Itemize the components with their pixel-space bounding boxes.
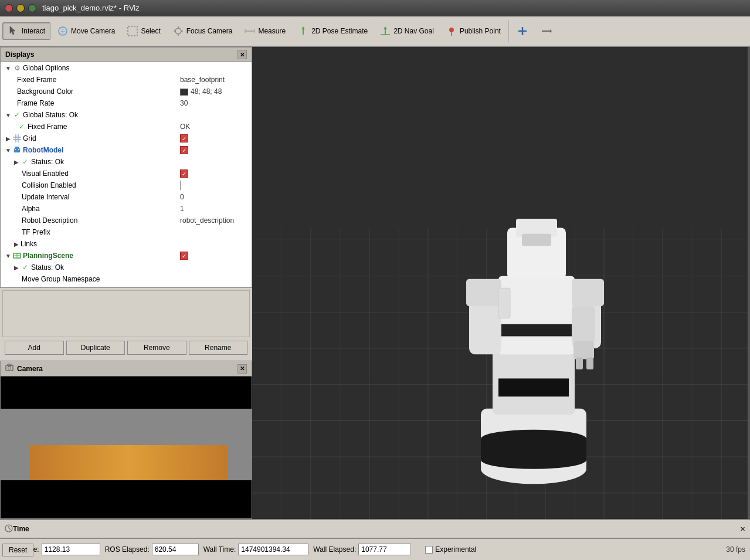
wall-time-input[interactable] [238,544,308,555]
robot-description-value: robot_description [180,216,250,225]
svg-point-16 [449,28,454,32]
focus-camera-button[interactable]: Focus Camera [167,22,238,40]
ros-time-input[interactable] [42,544,100,555]
planning-scene-enabled-checkbox[interactable]: ✓ [180,252,188,260]
svg-rect-78 [576,357,583,369]
global-status-fixed-frame-row[interactable]: ✓ Fixed Frame OK [1,121,252,133]
visual-enabled-checkbox[interactable]: ✓ [180,169,250,178]
experimental-checkbox[interactable] [425,546,433,554]
svg-rect-74 [466,279,501,306]
global-status-expand[interactable]: ▼ [4,111,12,119]
camera-close-button[interactable]: ✕ [237,364,247,374]
robot-model-checkbox[interactable]: ✓ [180,146,250,155]
move-group-ns-row[interactable]: Move Group Namespace [1,273,252,285]
frame-rate-row[interactable]: Frame Rate 30 [1,97,252,109]
window-controls[interactable] [5,4,36,12]
statusbar-close[interactable]: ✕ [740,520,745,538]
alpha-row[interactable]: Alpha 1 [1,203,252,215]
collision-enabled-check[interactable] [180,181,181,190]
interact-button[interactable]: Interact [2,22,50,40]
minimize-button[interactable] [16,4,25,12]
grid-icon [12,134,22,143]
planning-scene-row[interactable]: ▼ PlanningScene ✓ [1,250,252,262]
grid-enabled-checkbox[interactable]: ✓ [180,134,188,142]
update-interval-row[interactable]: Update Interval 0 [1,191,252,203]
camera-view [1,376,252,518]
svg-rect-79 [586,357,593,369]
planning-scene-checkbox[interactable]: ✓ [180,252,250,260]
grid-checkbox[interactable]: ✓ [180,134,250,143]
camera-table-surface [30,445,228,480]
add-toolbar-button[interactable] [511,22,534,40]
clock-icon [5,524,13,534]
collision-enabled-label: Collision Enabled [22,181,180,189]
planning-robot-desc-row[interactable]: Robot Description robot_description [1,285,252,287]
camera-panel: Camera ✕ [0,361,252,519]
toolbar-separator [508,21,509,42]
global-status-row[interactable]: ▼ ✓ Global Status: Ok [1,109,252,121]
robot-model-enabled-checkbox[interactable]: ✓ [180,146,188,154]
robot-description-row[interactable]: Robot Description robot_description [1,215,252,226]
displays-title: Displays [5,50,34,59]
maximize-button[interactable] [28,4,36,12]
resize-handle-right[interactable] [748,47,750,519]
camera-black-bottom [1,480,252,518]
color-swatch [180,89,188,96]
background-color-value: 48; 48; 48 [180,87,250,96]
reset-button[interactable]: Reset [2,544,33,556]
displays-tree[interactable]: ▼ ⚙ Global Options Fixed Frame base_foot… [1,62,252,287]
displays-close-button[interactable]: ✕ [237,50,247,59]
nav-goal-button[interactable]: 2D Nav Goal [374,22,439,40]
collision-enabled-row[interactable]: Collision Enabled [1,179,252,191]
background-color-row[interactable]: Background Color 48; 48; 48 [1,86,252,97]
select-button[interactable]: Select [121,22,165,40]
left-panel: Displays ✕ ▼ ⚙ Global Options [0,47,252,519]
measure-button[interactable]: Measure [239,22,291,40]
robot-status-expand[interactable]: ▶ [12,158,21,166]
publish-point-button[interactable]: Publish Point [440,22,506,40]
robot-model-row[interactable]: ▼ RobotModel ✓ [1,144,252,156]
svg-rect-80 [501,324,572,337]
svg-rect-67 [498,378,569,396]
close-button[interactable] [5,4,13,12]
grid-expand[interactable]: ▶ [4,134,12,142]
remove-button[interactable]: Remove [127,341,186,355]
robot-model-label: RobotModel [23,146,180,154]
fixed-frame-row[interactable]: Fixed Frame base_footprint [1,74,252,86]
collision-enabled-checkbox[interactable] [180,181,250,189]
planning-scene-expand[interactable]: ▼ [4,252,12,260]
wall-elapsed-input[interactable] [358,544,411,555]
tf-prefix-row[interactable]: TF Prefix [1,226,252,238]
minus-toolbar-button[interactable] [535,22,557,40]
visual-enabled-row[interactable]: Visual Enabled ✓ [1,168,252,179]
planning-status-expand[interactable]: ▶ [12,263,21,271]
gear-icon: ⚙ [12,63,22,73]
planning-status-row[interactable]: ▶ ✓ Status: Ok [1,262,252,273]
pose-estimate-icon [297,25,309,37]
status-ok-icon-2: ✓ [17,122,26,131]
links-row[interactable]: ▶ Links [1,238,252,250]
svg-point-64 [481,430,586,448]
3d-viewport[interactable] [252,47,750,519]
svg-rect-73 [522,234,551,246]
grid-label: Grid [23,134,180,142]
move-camera-button[interactable]: ☩ Move Camera [52,22,120,40]
duplicate-button[interactable]: Duplicate [66,341,125,355]
links-expand[interactable]: ▶ [12,240,21,248]
rename-button[interactable]: Rename [189,341,248,355]
camera-title: Camera [17,365,43,373]
robot-model-expand[interactable]: ▼ [4,146,12,154]
robot-status-row[interactable]: ▶ ✓ Status: Ok [1,156,252,168]
measure-label: Measure [258,27,286,35]
global-options-row[interactable]: ▼ ⚙ Global Options [1,62,252,74]
grid-row[interactable]: ▶ Grid ✓ [1,133,252,144]
planning-robot-desc-value: robot_description [180,287,250,287]
ros-elapsed-input[interactable] [152,544,199,555]
pose-estimate-button[interactable]: 2D Pose Estimate [292,22,373,40]
global-options-expand[interactable]: ▼ [4,64,12,72]
interact-label: Interact [22,27,45,35]
statusbar-close-icon[interactable]: ✕ [740,525,745,533]
add-button[interactable]: Add [5,341,64,355]
visual-enabled-check[interactable]: ✓ [180,169,188,178]
camera-black-top [1,376,252,409]
